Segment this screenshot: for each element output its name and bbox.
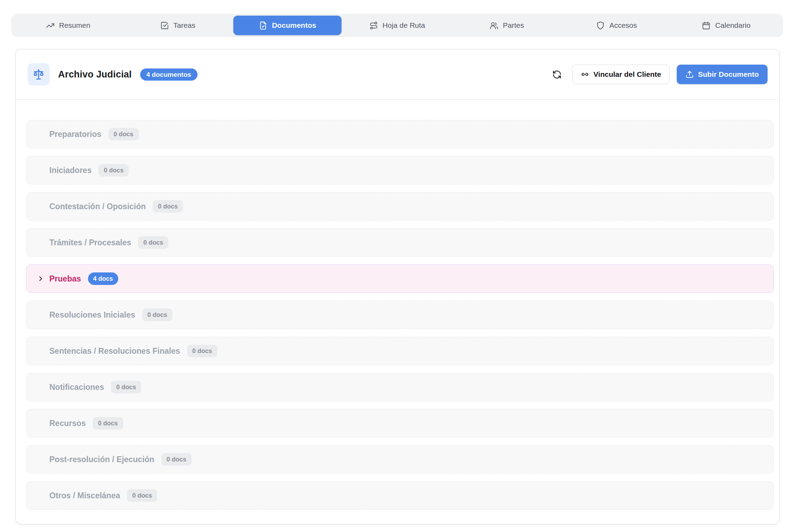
document-count-badge: 4 documentos bbox=[140, 68, 198, 81]
tab-label: Documentos bbox=[272, 21, 316, 30]
file-check-icon bbox=[259, 21, 267, 30]
tab-label: Hoja de Ruta bbox=[383, 21, 425, 30]
category-row-pruebas[interactable]: Pruebas 4 docs bbox=[26, 264, 774, 293]
category-row-sentencias-resoluciones-finales[interactable]: Sentencias / Resoluciones Finales 0 docs bbox=[26, 337, 774, 365]
category-row-contestacion-oposicion[interactable]: Contestación / Oposición 0 docs bbox=[26, 192, 774, 221]
link-icon bbox=[581, 70, 589, 79]
category-row-otros-miscelanea[interactable]: Otros / Miscelánea 0 docs bbox=[26, 481, 774, 510]
doc-count-badge: 0 docs bbox=[161, 453, 192, 466]
doc-count-badge: 0 docs bbox=[138, 236, 168, 249]
category-row-notificaciones[interactable]: Notificaciones 0 docs bbox=[26, 373, 774, 401]
doc-count-badge: 0 docs bbox=[153, 200, 183, 213]
category-row-post-resolucion-ejecucion[interactable]: Post-resolución / Ejecución 0 docs bbox=[26, 445, 774, 474]
category-label: Post-resolución / Ejecución bbox=[49, 455, 154, 464]
check-square-icon bbox=[160, 21, 169, 30]
category-label: Iniciadores bbox=[49, 166, 91, 175]
category-label: Trámites / Procesales bbox=[49, 238, 131, 247]
title-icon-box bbox=[27, 63, 50, 85]
category-label: Recursos bbox=[49, 419, 86, 428]
upload-icon bbox=[685, 70, 694, 79]
route-icon bbox=[369, 21, 378, 30]
tab-tareas[interactable]: Tareas bbox=[123, 16, 232, 35]
upload-document-label: Subir Documento bbox=[698, 70, 759, 79]
category-label: Resoluciones Iniciales bbox=[49, 310, 135, 320]
doc-count-badge: 4 docs bbox=[88, 272, 118, 285]
tab-label: Tareas bbox=[174, 21, 195, 30]
section-tabbar: Resumen Tareas Documentos Hoja de Ruta P… bbox=[11, 14, 783, 37]
category-label: Notificaciones bbox=[49, 383, 104, 392]
tab-label: Partes bbox=[503, 21, 524, 30]
tab-label: Accesos bbox=[609, 21, 637, 30]
category-label: Preparatorios bbox=[49, 130, 102, 139]
header-actions: Vincular del Cliente Subir Documento bbox=[549, 65, 768, 84]
scales-of-justice-icon bbox=[32, 68, 45, 81]
category-row-iniciadores[interactable]: Iniciadores 0 docs bbox=[26, 156, 774, 185]
refresh-icon bbox=[552, 70, 562, 79]
category-list: Preparatorios 0 docs Iniciadores 0 docs … bbox=[16, 100, 779, 524]
card-header: Archivo Judicial 4 documentos Vincular d… bbox=[16, 49, 779, 100]
header-title-group: Archivo Judicial 4 documentos bbox=[27, 63, 198, 85]
shield-icon bbox=[596, 21, 605, 30]
link-client-button[interactable]: Vincular del Cliente bbox=[572, 65, 670, 84]
doc-count-badge: 0 docs bbox=[142, 309, 172, 321]
doc-count-badge: 0 docs bbox=[111, 381, 141, 393]
doc-count-badge: 0 docs bbox=[98, 164, 129, 177]
category-row-preparatorios[interactable]: Preparatorios 0 docs bbox=[26, 120, 774, 148]
page-title: Archivo Judicial bbox=[58, 69, 132, 80]
category-row-recursos[interactable]: Recursos 0 docs bbox=[26, 409, 774, 437]
category-label: Contestación / Oposición bbox=[49, 202, 146, 211]
trending-up-icon bbox=[46, 21, 55, 30]
documents-card: Archivo Judicial 4 documentos Vincular d… bbox=[15, 49, 780, 524]
doc-count-badge: 0 docs bbox=[109, 128, 139, 140]
users-icon bbox=[490, 21, 498, 30]
category-row-resoluciones-iniciales[interactable]: Resoluciones Iniciales 0 docs bbox=[26, 301, 774, 329]
tab-resumen[interactable]: Resumen bbox=[14, 16, 122, 35]
category-label: Pruebas bbox=[49, 274, 81, 284]
tab-partes[interactable]: Partes bbox=[453, 16, 561, 35]
tab-documentos[interactable]: Documentos bbox=[233, 16, 342, 35]
category-label: Sentencias / Resoluciones Finales bbox=[49, 346, 180, 356]
doc-count-badge: 0 docs bbox=[127, 489, 157, 502]
doc-count-badge: 0 docs bbox=[93, 417, 123, 429]
chevron-right-icon bbox=[37, 275, 45, 283]
category-label: Otros / Miscelánea bbox=[49, 491, 120, 500]
refresh-button[interactable] bbox=[549, 67, 564, 82]
tab-label: Resumen bbox=[59, 21, 90, 30]
category-row-tramites-procesales[interactable]: Trámites / Procesales 0 docs bbox=[26, 228, 774, 257]
tab-accesos[interactable]: Accesos bbox=[562, 16, 670, 35]
tab-calendario[interactable]: Calendario bbox=[672, 16, 780, 35]
link-client-label: Vincular del Cliente bbox=[593, 70, 661, 79]
doc-count-badge: 0 docs bbox=[187, 345, 217, 357]
tab-label: Calendario bbox=[715, 21, 750, 30]
tab-hoja-de-ruta[interactable]: Hoja de Ruta bbox=[343, 16, 451, 35]
calendar-icon bbox=[702, 21, 710, 30]
upload-document-button[interactable]: Subir Documento bbox=[677, 65, 768, 84]
